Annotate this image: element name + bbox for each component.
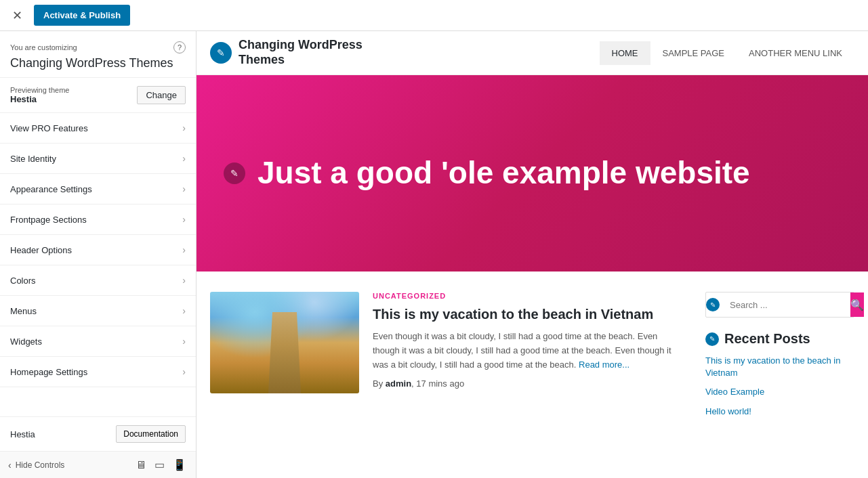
recent-post-item: Hello world! (705, 406, 854, 418)
help-icon[interactable]: ? (173, 41, 186, 53)
documentation-button[interactable]: Documentation (116, 425, 186, 443)
close-icon: ✕ (12, 8, 22, 23)
by-label: By (373, 378, 383, 389)
post-card: UNCATEGORIZED This is my vacation to the… (210, 292, 685, 393)
customizing-site-title: Changing WordPress Themes (10, 56, 186, 70)
site-preview: ✎ Changing WordPressThemes HOME SAMPLE P… (197, 31, 868, 478)
sidebar-header: You are customizing ? Changing WordPress… (0, 31, 196, 78)
recent-post-item: This is my vacation to the beach in Viet… (705, 355, 854, 379)
theme-name: Hestia (10, 94, 69, 104)
search-widget: ✎ 🔍 (705, 292, 854, 318)
chevron-right-icon: › (182, 123, 186, 133)
sidebar-item-view-pro[interactable]: View PRO Features› (0, 113, 196, 144)
hestia-branding-label: Hestia (10, 429, 35, 439)
recent-post-link[interactable]: Hello world! (705, 406, 751, 416)
close-button[interactable]: ✕ (7, 5, 27, 26)
chevron-right-icon: › (182, 214, 186, 225)
read-more-link[interactable]: Read more... (579, 360, 629, 370)
recent-post-item: Video Example (705, 386, 854, 398)
recent-posts-widget: ✎ Recent Posts This is my vacation to th… (705, 331, 854, 418)
hide-controls-button[interactable]: ‹ Hide Controls (8, 460, 64, 471)
site-header: ✎ Changing WordPressThemes HOME SAMPLE P… (197, 31, 868, 75)
chevron-right-icon: › (182, 153, 186, 164)
sidebar-item-frontpage-sections[interactable]: Frontpage Sections› (0, 204, 196, 235)
menu-item-label: View PRO Features (10, 123, 88, 133)
main-layout: You are customizing ? Changing WordPress… (0, 31, 868, 478)
menu-item-label: Homepage Settings (10, 367, 87, 377)
menu-item-label: Appearance Settings (10, 184, 92, 194)
view-controls: 🖥 ▭ 📱 (134, 457, 188, 473)
site-title: Changing WordPressThemes (239, 38, 363, 67)
chevron-right-icon: › (182, 244, 186, 255)
post-excerpt: Even though it was a bit cloudy, I still… (373, 330, 685, 372)
chevron-right-icon: › (182, 366, 186, 377)
post-thumbnail (210, 292, 359, 393)
arrow-left-icon: ‹ (8, 460, 12, 471)
post-image-inner (210, 292, 359, 393)
hero-heading: Just a good 'ole example website (257, 154, 750, 192)
search-button[interactable]: 🔍 (850, 292, 864, 317)
hero-section: ✎ Just a good 'ole example website (197, 75, 868, 271)
edit-hero-icon[interactable]: ✎ (224, 162, 245, 184)
recent-post-link[interactable]: This is my vacation to the beach in Viet… (705, 355, 840, 378)
monitor-view-button[interactable]: 🖥 (134, 457, 148, 473)
tablet-view-button[interactable]: ▭ (153, 457, 166, 473)
nav-sample-page[interactable]: SAMPLE PAGE (650, 41, 737, 65)
post-title: This is my vacation to the beach in Viet… (373, 305, 685, 323)
tablet-icon: ▭ (154, 459, 165, 471)
pencil-icon: ✎ (217, 47, 225, 58)
edit-search-widget-icon[interactable]: ✎ (706, 298, 720, 311)
site-title-area: Changing WordPressThemes (239, 38, 363, 67)
menu-item-label: Colors (10, 276, 36, 286)
mobile-view-button[interactable]: 📱 (171, 457, 188, 473)
post-author: admin (386, 378, 411, 389)
preview-theme-section: Previewing theme Hestia Change (0, 78, 196, 113)
mobile-icon: 📱 (173, 459, 186, 471)
nav-another-menu-link[interactable]: ANOTHER MENU LINK (737, 41, 854, 65)
nav-home[interactable]: HOME (600, 41, 650, 65)
top-bar: ✕ Activate & Publish (0, 0, 868, 31)
search-icon: 🔍 (850, 299, 864, 311)
customizer-sidebar: You are customizing ? Changing WordPress… (0, 31, 197, 478)
sidebar-footer: Hestia Documentation (0, 416, 196, 451)
sidebar-item-colors[interactable]: Colors› (0, 265, 196, 296)
chevron-right-icon: › (182, 275, 186, 286)
post-time-ago: 17 mins ago (416, 378, 464, 389)
edit-header-icon[interactable]: ✎ (210, 42, 232, 64)
search-input[interactable] (723, 295, 850, 316)
post-category-label: UNCATEGORIZED (373, 292, 685, 300)
pencil-icon-hero: ✎ (230, 168, 239, 179)
customizer-menu-list: View PRO Features›Site Identity›Appearan… (0, 113, 196, 416)
activate-publish-button[interactable]: Activate & Publish (34, 5, 130, 26)
recent-posts-list: This is my vacation to the beach in Viet… (705, 355, 854, 418)
sidebar-item-menus[interactable]: Menus› (0, 296, 196, 326)
change-theme-button[interactable]: Change (137, 86, 186, 104)
sidebar-bottom-bar: ‹ Hide Controls 🖥 ▭ 📱 (0, 451, 196, 478)
post-meta: By admin, 17 mins ago (373, 378, 685, 389)
site-logo-area: ✎ Changing WordPressThemes (210, 38, 600, 67)
sidebar-item-widgets[interactable]: Widgets› (0, 326, 196, 357)
chevron-right-icon: › (182, 336, 186, 347)
hide-controls-label: Hide Controls (16, 460, 65, 470)
recent-posts-title: Recent Posts (724, 331, 810, 347)
pencil-icon-recent: ✎ (709, 335, 715, 343)
recent-posts-header: ✎ Recent Posts (705, 331, 854, 347)
menu-item-label: Header Options (10, 245, 72, 255)
menu-item-label: Frontpage Sections (10, 215, 87, 225)
chevron-right-icon: › (182, 305, 186, 316)
recent-post-link[interactable]: Video Example (705, 387, 764, 397)
sidebar-item-homepage-settings[interactable]: Homepage Settings› (0, 357, 196, 387)
site-navigation: HOME SAMPLE PAGE ANOTHER MENU LINK (600, 41, 854, 65)
menu-item-label: Menus (10, 306, 37, 316)
post-text: UNCATEGORIZED This is my vacation to the… (373, 292, 685, 393)
widget-sidebar: ✎ 🔍 ✎ Recent Posts This is my (705, 292, 854, 425)
main-content: UNCATEGORIZED This is my vacation to the… (210, 292, 685, 425)
sidebar-item-site-identity[interactable]: Site Identity› (0, 144, 196, 174)
sidebar-item-appearance-settings[interactable]: Appearance Settings› (0, 174, 196, 204)
you-are-customizing-label: You are customizing ? (10, 41, 186, 53)
sidebar-item-header-options[interactable]: Header Options› (0, 235, 196, 265)
pencil-icon-search: ✎ (710, 301, 716, 309)
edit-recent-posts-icon[interactable]: ✎ (705, 332, 719, 346)
content-area: UNCATEGORIZED This is my vacation to the… (197, 271, 868, 445)
menu-item-label: Site Identity (10, 154, 56, 164)
